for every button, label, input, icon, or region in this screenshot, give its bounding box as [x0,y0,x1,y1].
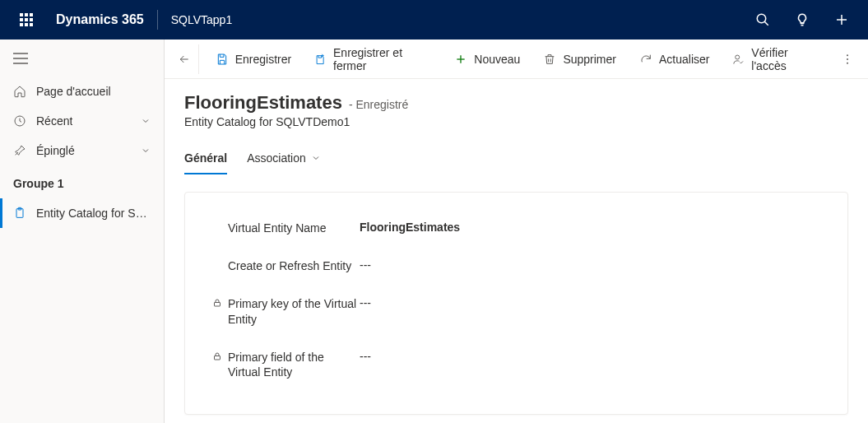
nav-recent[interactable]: Récent [0,106,164,136]
nav-group-title: Groupe 1 [0,165,164,198]
nav-entity-catalog-label: Entity Catalog for SQ… [36,207,151,220]
lightbulb-icon [795,12,810,27]
svg-line-1 [764,21,768,26]
plus-icon [454,53,467,66]
waffle-icon [20,13,33,26]
field-primary-key[interactable]: Primary key of the Virtual Entity --- [211,288,821,341]
field-value: --- [360,258,821,272]
trash-icon [543,53,556,66]
field-label: Primary field of the Virtual Entity [228,350,360,379]
svg-rect-18 [215,356,220,360]
new-button[interactable]: Nouveau [444,46,530,72]
person-check-icon [732,53,745,66]
svg-rect-17 [215,303,220,307]
plus-icon [834,12,849,27]
form-card: Virtual Entity Name FlooringEstimates Cr… [184,192,848,415]
refresh-button[interactable]: Actualiser [629,46,719,72]
nav-recent-label: Récent [36,114,72,128]
field-label: Primary key of the Virtual Entity [228,296,360,326]
tab-general[interactable]: Général [184,145,227,174]
field-value: --- [360,350,821,363]
check-access-button[interactable]: Vérifier l'accès [722,40,830,79]
chevron-down-icon [311,153,321,163]
delete-button[interactable]: Supprimer [533,46,626,72]
divider [157,10,158,30]
field-label: Virtual Entity Name [228,221,360,235]
svg-point-16 [847,62,848,63]
nav-pinned-label: Épinglé [36,144,75,157]
nav-entity-catalog[interactable]: Entity Catalog for SQ… [0,198,164,228]
field-create-or-refresh[interactable]: Create or Refresh Entity --- [211,250,821,288]
clipboard-icon [13,207,26,220]
save-close-label: Enregistrer et fermer [333,46,431,72]
delete-label: Supprimer [563,53,616,66]
field-label: Create or Refresh Entity [228,258,360,273]
hamburger-icon [13,53,28,64]
sidebar-toggle[interactable] [0,43,164,77]
save-close-button[interactable]: Enregistrer et fermer [304,40,441,79]
record-page: FlooringEstimates - Enregistré Entity Ca… [165,79,868,423]
field-virtual-entity-name[interactable]: Virtual Entity Name FlooringEstimates [211,212,821,250]
save-label: Enregistrer [235,53,291,66]
tab-list: Général Association [184,145,848,175]
save-button[interactable]: Enregistrer [206,46,301,72]
lock-icon [212,351,222,361]
nav-home-label: Page d'accueil [36,85,111,98]
refresh-icon [639,53,652,66]
product-brand[interactable]: Dynamics 365 [46,12,154,27]
add-button[interactable] [822,0,861,40]
search-icon [755,12,770,27]
nav-home[interactable]: Page d'accueil [0,77,164,106]
pin-icon [13,144,26,157]
back-button[interactable] [171,44,199,74]
more-vertical-icon [841,53,854,66]
main-content: Enregistrer Enregistrer et fermer Nouvea… [165,40,868,423]
field-value: FlooringEstimates [360,221,821,234]
page-subtitle: Entity Catalog for SQLVTDemo1 [184,115,848,128]
svg-point-0 [757,14,766,23]
tab-association[interactable]: Association [247,145,321,174]
save-icon [216,53,229,66]
svg-point-13 [736,55,740,59]
search-button[interactable] [743,0,782,40]
field-primary-field[interactable]: Primary field of the Virtual Entity --- [211,342,821,394]
command-bar: Enregistrer Enregistrer et fermer Nouvea… [165,40,868,79]
overflow-button[interactable] [833,44,861,74]
page-status: - Enregistré [349,98,408,111]
chevron-down-icon [141,116,151,126]
check-access-label: Vérifier l'accès [751,46,820,72]
new-label: Nouveau [474,53,520,66]
help-button[interactable] [782,0,822,40]
app-launcher-button[interactable] [7,0,46,40]
refresh-label: Actualiser [659,53,709,66]
clock-icon [13,114,26,128]
save-close-icon [314,53,327,66]
field-value: --- [360,296,821,309]
svg-point-14 [847,54,848,56]
page-title: FlooringEstimates [184,92,342,114]
sidebar: Page d'accueil Récent Épinglé Groupe 1 E… [0,40,165,423]
lock-icon [212,298,222,308]
nav-pinned[interactable]: Épinglé [0,136,164,165]
global-header: Dynamics 365 SQLVTapp1 [0,0,868,40]
home-icon [13,85,26,98]
app-name[interactable]: SQLVTapp1 [161,13,242,26]
back-arrow-icon [178,53,191,66]
svg-point-15 [847,58,848,60]
chevron-down-icon [141,146,151,156]
